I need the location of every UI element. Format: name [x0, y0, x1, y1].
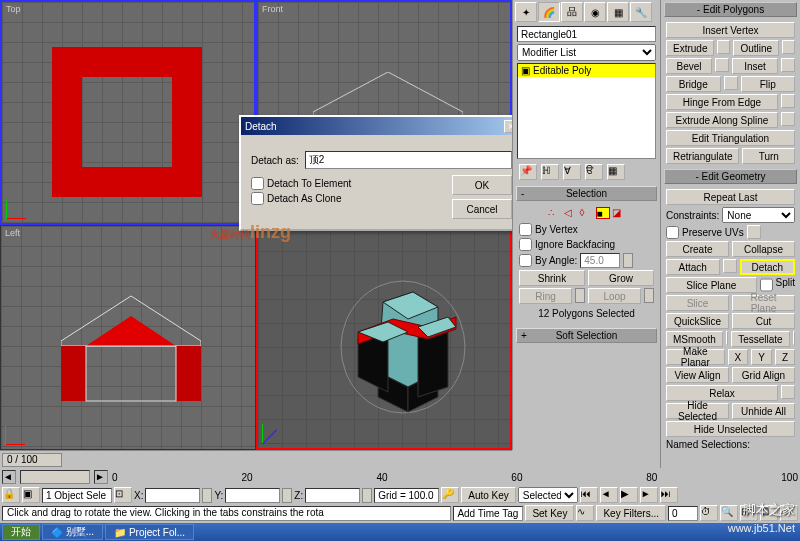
border-mode-icon[interactable]: ◊	[580, 207, 594, 219]
modifier-list-dropdown[interactable]: Modifier List	[517, 44, 656, 61]
planar-y-button[interactable]: Y	[751, 349, 772, 365]
next-frame-icon[interactable]: ►	[640, 487, 658, 503]
attach-button[interactable]: Attach	[666, 259, 720, 275]
hide-unselected-button[interactable]: Hide Unselected	[666, 421, 795, 437]
msmooth-settings-icon[interactable]	[726, 331, 728, 345]
frame-field[interactable]: 0	[668, 506, 698, 521]
hierarchy-tab[interactable]: 品	[561, 2, 583, 22]
key-mode-dropdown[interactable]: Selected	[518, 487, 578, 503]
bridge-button[interactable]: Bridge	[666, 76, 721, 92]
time-slider[interactable]: 0 / 100	[0, 450, 512, 468]
time-config-icon[interactable]: ⏱	[700, 505, 718, 521]
create-button[interactable]: Create	[666, 241, 729, 257]
expand-icon[interactable]: ▣	[521, 65, 530, 76]
relax-button[interactable]: Relax	[666, 385, 778, 401]
extrude-settings-icon[interactable]	[717, 40, 730, 54]
split-checkbox[interactable]	[760, 277, 773, 293]
pin-stack-icon[interactable]: 📌	[519, 164, 537, 180]
selection-rollout-header[interactable]: -Selection	[516, 186, 657, 201]
view-align-button[interactable]: View Align	[666, 367, 729, 383]
hide-selected-button[interactable]: Hide Selected	[666, 403, 729, 419]
soft-selection-rollout-header[interactable]: +Soft Selection	[516, 328, 657, 343]
goto-start-icon[interactable]: ⏮	[580, 487, 598, 503]
display-tab[interactable]: ▦	[607, 2, 629, 22]
spinner-icon[interactable]	[362, 488, 372, 503]
edit-tri-button[interactable]: Edit Triangulation	[666, 130, 795, 146]
detach-button[interactable]: Detach	[740, 259, 796, 275]
by-vertex-checkbox[interactable]	[519, 223, 532, 236]
bridge-settings-icon[interactable]	[724, 76, 738, 90]
edit-geometry-header[interactable]: - Edit Geometry	[664, 169, 797, 184]
extrude-button[interactable]: Extrude	[666, 40, 714, 56]
spinner-icon[interactable]	[202, 488, 212, 503]
relax-settings-icon[interactable]	[781, 385, 795, 399]
selection-set-icon[interactable]: ▣	[22, 487, 40, 503]
inset-settings-icon[interactable]	[781, 58, 795, 72]
by-angle-checkbox[interactable]	[519, 254, 532, 267]
taskbar-app-2[interactable]: 📁 Project Fol...	[105, 524, 194, 540]
modify-tab[interactable]: 🌈	[538, 2, 560, 22]
make-unique-icon[interactable]: ∀	[563, 164, 581, 180]
preserve-uv-settings-icon[interactable]	[747, 225, 761, 239]
bevel-button[interactable]: Bevel	[666, 58, 712, 74]
outline-button[interactable]: Outline	[733, 40, 779, 56]
key-filters-icon[interactable]: ∿	[576, 505, 594, 521]
stack-item-editable-poly[interactable]: ▣Editable Poly	[518, 64, 655, 77]
extrude-spline-button[interactable]: Extrude Along Spline	[666, 112, 778, 128]
spinner-icon[interactable]	[282, 488, 292, 503]
viewport-top[interactable]: Top	[0, 0, 256, 225]
auto-key-button[interactable]: Auto Key	[461, 487, 516, 503]
viewport-perspective[interactable]	[256, 225, 512, 450]
dialog-titlebar[interactable]: Detach ×	[241, 117, 522, 135]
cancel-button[interactable]: Cancel	[452, 199, 512, 219]
edit-polygons-header[interactable]: - Edit Polygons	[664, 2, 797, 17]
hinge-settings-icon[interactable]	[781, 94, 795, 108]
constraints-dropdown[interactable]: None	[722, 207, 795, 223]
element-mode-icon[interactable]: ◪	[612, 207, 626, 219]
preserve-uv-checkbox[interactable]	[666, 226, 679, 239]
planar-x-button[interactable]: X	[728, 349, 749, 365]
tessellate-button[interactable]: Tessellate	[731, 331, 789, 347]
ok-button[interactable]: OK	[452, 175, 512, 195]
y-field[interactable]	[225, 488, 280, 503]
ignore-backfacing-checkbox[interactable]	[519, 238, 532, 251]
taskbar-app-1[interactable]: 🔷 别墅...	[42, 524, 103, 540]
vertex-mode-icon[interactable]: ∴	[548, 207, 562, 219]
modifier-stack[interactable]: ▣Editable Poly	[517, 63, 656, 159]
x-field[interactable]	[145, 488, 200, 503]
msmooth-button[interactable]: MSmooth	[666, 331, 723, 347]
key-icon[interactable]: 🔑	[441, 487, 459, 503]
unhide-all-button[interactable]: Unhide All	[732, 403, 795, 419]
lock-icon[interactable]: 🔒	[2, 487, 20, 503]
quickslice-button[interactable]: QuickSlice	[666, 313, 729, 329]
edge-mode-icon[interactable]: ◁	[564, 207, 578, 219]
scrollbar-track[interactable]	[20, 470, 90, 484]
show-end-result-icon[interactable]: ℍ	[541, 164, 559, 180]
prev-frame-icon[interactable]: ◄	[600, 487, 618, 503]
scrollbar-left-icon[interactable]: ◄	[2, 470, 16, 484]
zoom-icon[interactable]: 🔍	[720, 505, 738, 521]
add-time-tag[interactable]: Add Time Tag	[453, 506, 523, 521]
slice-plane-button[interactable]: Slice Plane	[666, 277, 757, 293]
make-planar-button[interactable]: Make Planar	[666, 349, 725, 365]
repeat-last-button[interactable]: Repeat Last	[666, 189, 795, 205]
planar-z-button[interactable]: Z	[775, 349, 795, 365]
collapse-button[interactable]: Collapse	[732, 241, 795, 257]
goto-end-icon[interactable]: ⏭	[660, 487, 678, 503]
utilities-tab[interactable]: 🔧	[630, 2, 652, 22]
outline-settings-icon[interactable]	[782, 40, 795, 54]
extrude-spline-settings-icon[interactable]	[781, 112, 795, 126]
shrink-button[interactable]: Shrink	[519, 270, 585, 286]
viewport-left[interactable]: Left	[0, 225, 256, 450]
set-key-button[interactable]: Set Key	[525, 505, 574, 521]
z-field[interactable]	[305, 488, 360, 503]
play-icon[interactable]: ▶	[620, 487, 638, 503]
insert-vertex-button[interactable]: Insert Vertex	[666, 22, 795, 38]
grow-button[interactable]: Grow	[588, 270, 654, 286]
grid-align-button[interactable]: Grid Align	[732, 367, 795, 383]
retriangulate-button[interactable]: Retriangulate	[666, 148, 739, 164]
tessellate-settings-icon[interactable]	[793, 331, 795, 345]
isolate-icon[interactable]: ⊡	[114, 487, 132, 503]
spinner-icon[interactable]	[644, 288, 654, 303]
hinge-button[interactable]: Hinge From Edge	[666, 94, 778, 110]
